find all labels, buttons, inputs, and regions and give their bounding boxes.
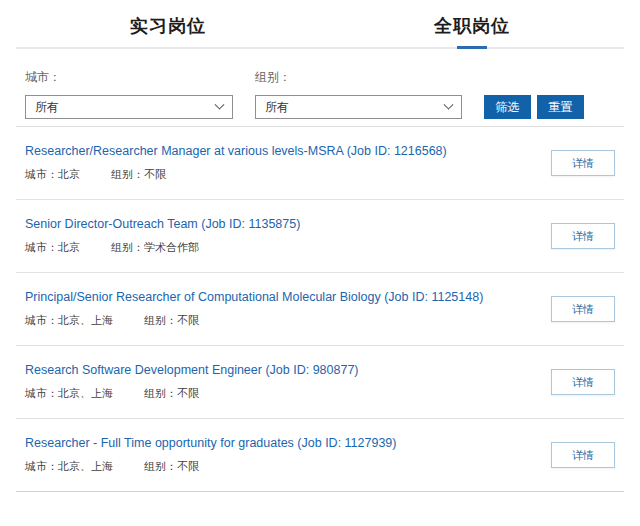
job-meta: 城市：北京 组别：学术合作部 xyxy=(25,240,615,255)
job-city: 城市：北京 xyxy=(25,168,80,180)
job-title-link[interactable]: Researcher/Researcher Manager at various… xyxy=(25,144,447,158)
job-meta: 城市：北京、上海 组别：不限 xyxy=(25,459,615,474)
job-list: Researcher/Researcher Manager at various… xyxy=(16,126,624,492)
city-filter-group: 城市： 所有 xyxy=(25,69,233,119)
job-row: Principal/Senior Researcher of Computati… xyxy=(16,273,624,346)
tab-fulltime[interactable]: 全职岗位 xyxy=(320,14,624,47)
detail-button[interactable]: 详情 xyxy=(551,223,615,249)
job-row: Research Software Development Engineer (… xyxy=(16,346,624,419)
job-group: 组别：不限 xyxy=(144,387,199,399)
job-group: 组别：不限 xyxy=(144,314,199,326)
group-select[interactable]: 所有 xyxy=(255,95,462,119)
job-group: 组别：不限 xyxy=(144,460,199,472)
job-title-link[interactable]: Researcher - Full Time opportunity for g… xyxy=(25,436,396,450)
job-group: 组别：不限 xyxy=(111,168,166,180)
detail-button[interactable]: 详情 xyxy=(551,442,615,468)
city-select-value: 所有 xyxy=(35,99,59,116)
group-select-value: 所有 xyxy=(265,99,289,116)
detail-button[interactable]: 详情 xyxy=(551,296,615,322)
filter-actions: 筛选 重置 xyxy=(484,95,584,119)
active-tab-underline xyxy=(457,46,487,49)
detail-button[interactable]: 详情 xyxy=(551,150,615,176)
job-group: 组别：学术合作部 xyxy=(111,241,199,253)
job-title-link[interactable]: Principal/Senior Researcher of Computati… xyxy=(25,290,483,304)
job-city: 城市：北京 xyxy=(25,241,80,253)
job-row: Senior Director-Outreach Team (Job ID: 1… xyxy=(16,200,624,273)
job-city: 城市：北京、上海 xyxy=(25,387,113,399)
job-listing-page: 实习岗位 全职岗位 城市： 所有 组别： 所有 筛选 重置 xyxy=(0,0,640,526)
tab-internship-label: 实习岗位 xyxy=(130,16,206,36)
job-title-link[interactable]: Research Software Development Engineer (… xyxy=(25,363,359,377)
chevron-down-icon xyxy=(444,99,454,109)
chevron-down-icon xyxy=(215,99,225,109)
tab-bar: 实习岗位 全职岗位 xyxy=(16,0,624,49)
city-select[interactable]: 所有 xyxy=(25,95,233,119)
tab-fulltime-label: 全职岗位 xyxy=(434,16,510,36)
job-meta: 城市：北京、上海 组别：不限 xyxy=(25,386,615,401)
group-filter-group: 组别： 所有 xyxy=(255,69,462,119)
filter-bar: 城市： 所有 组别： 所有 筛选 重置 xyxy=(16,49,624,126)
job-row: Researcher/Researcher Manager at various… xyxy=(16,127,624,200)
city-filter-label: 城市： xyxy=(25,69,233,86)
job-meta: 城市：北京、上海 组别：不限 xyxy=(25,313,615,328)
job-meta: 城市：北京 组别：不限 xyxy=(25,167,615,182)
job-title-link[interactable]: Senior Director-Outreach Team (Job ID: 1… xyxy=(25,217,300,231)
group-filter-label: 组别： xyxy=(255,69,462,86)
tab-internship[interactable]: 实习岗位 xyxy=(16,14,320,47)
job-city: 城市：北京、上海 xyxy=(25,460,113,472)
detail-button[interactable]: 详情 xyxy=(551,369,615,395)
reset-button[interactable]: 重置 xyxy=(537,95,584,119)
job-city: 城市：北京、上海 xyxy=(25,314,113,326)
filter-button[interactable]: 筛选 xyxy=(484,95,531,119)
job-row: Researcher - Full Time opportunity for g… xyxy=(16,419,624,492)
